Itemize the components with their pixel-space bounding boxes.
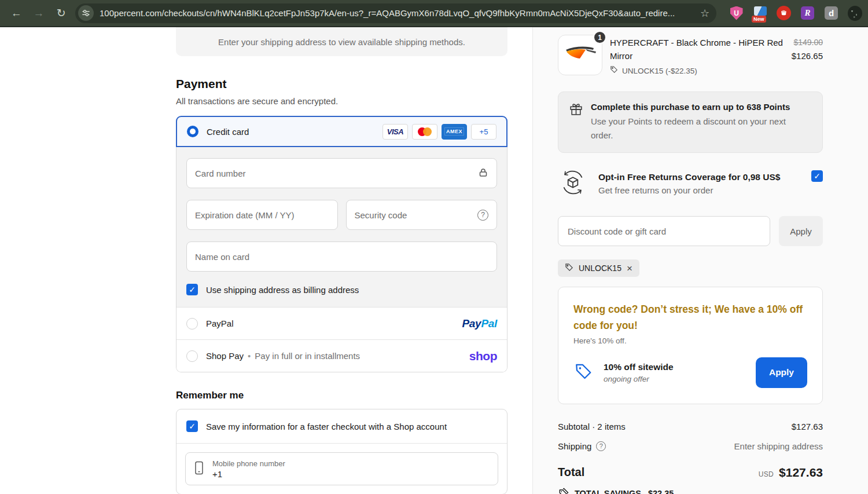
offer-name: 10% off sitewide bbox=[604, 362, 674, 372]
savings-label: TOTAL SAVINGS bbox=[575, 489, 641, 494]
currency-code: USD bbox=[759, 470, 774, 478]
checkout-main: Enter your shipping address to view avai… bbox=[176, 27, 507, 494]
returns-subtitle: Get free returns on your order bbox=[598, 185, 780, 195]
more-cards-badge[interactable]: +5 bbox=[471, 124, 496, 140]
amex-icon: AMEX bbox=[442, 124, 467, 140]
visa-icon: VISA bbox=[382, 124, 408, 140]
card-brand-badges: VISA AMEX +5 bbox=[382, 124, 496, 140]
shipping-help-icon[interactable]: ? bbox=[596, 441, 606, 451]
security-code-input[interactable]: Security code ? bbox=[346, 200, 498, 230]
product-discount-tag: UNLOCK15 (-$22.35) bbox=[622, 65, 697, 78]
checkout-page: Enter your shipping address to view avai… bbox=[0, 27, 868, 494]
offer-apply-button[interactable]: Apply bbox=[756, 357, 807, 388]
mobile-phone-input[interactable]: Mobile phone number +1 bbox=[185, 452, 498, 485]
shop-pay-desc: Pay in full or in installments bbox=[255, 351, 360, 361]
tag-icon bbox=[610, 65, 618, 78]
tag-icon bbox=[565, 263, 573, 273]
extension-d-icon[interactable]: d bbox=[824, 6, 838, 20]
credit-card-option[interactable]: Credit card VISA AMEX +5 bbox=[176, 116, 507, 147]
savings-value: $22.35 bbox=[648, 489, 674, 494]
bookmark-star-icon[interactable]: ☆ bbox=[700, 7, 709, 20]
discount-chip-label: UNLOCK15 bbox=[579, 264, 621, 273]
credit-card-label: Credit card bbox=[207, 127, 249, 137]
cart-item: 1 HYPERCRAFT - Black Chrome - HiPER Red … bbox=[558, 35, 823, 77]
shop-pay-option[interactable]: Shop Pay •Pay in full or in installments… bbox=[176, 339, 507, 372]
browser-toolbar: ← → ↻ 100percent.com/checkouts/cn/hWN4nB… bbox=[0, 0, 868, 27]
billing-address-checkbox[interactable]: ✓ bbox=[186, 284, 198, 295]
save-info-label: Save my information for a faster checkou… bbox=[206, 422, 447, 431]
extension-new-icon[interactable]: New bbox=[753, 6, 767, 20]
shipping-method-notice: Enter your shipping address to view avai… bbox=[176, 27, 507, 56]
gift-icon bbox=[569, 102, 583, 142]
shop-pay-radio[interactable] bbox=[186, 350, 198, 362]
total-savings-row: TOTAL SAVINGS $22.35 bbox=[558, 487, 823, 494]
paypal-radio[interactable] bbox=[186, 318, 198, 330]
offer-title: Wrong code? Don’t stress it; We have a 1… bbox=[573, 302, 807, 333]
returns-checkbox[interactable]: ✓ bbox=[811, 170, 823, 182]
mastercard-icon bbox=[412, 124, 437, 140]
save-info-checkbox[interactable]: ✓ bbox=[186, 420, 198, 432]
payment-subheading: All transactions are secure and encrypte… bbox=[176, 96, 507, 106]
phone-value: +1 bbox=[212, 469, 285, 479]
profile-avatar[interactable] bbox=[848, 6, 862, 20]
reload-icon[interactable]: ↻ bbox=[53, 5, 69, 22]
points-banner: Complete this purchase to earn up to 638… bbox=[558, 92, 823, 153]
extension-rakuten-icon[interactable]: R bbox=[800, 6, 815, 20]
url-text[interactable]: 100percent.com/checkouts/cn/hWN4nBlKLq2c… bbox=[100, 8, 694, 18]
returns-icon bbox=[558, 167, 588, 200]
offer-subtitle: Here's 10% off. bbox=[573, 336, 807, 345]
lock-icon bbox=[478, 167, 488, 180]
forward-icon[interactable]: → bbox=[31, 5, 47, 22]
returns-coverage: Opt-in Free Returns Coverage for 0,98 US… bbox=[558, 167, 823, 200]
credit-card-radio[interactable] bbox=[187, 126, 198, 137]
returns-title: Opt-in Free Returns Coverage for 0,98 US… bbox=[598, 172, 780, 182]
blue-tag-icon bbox=[573, 361, 594, 384]
discount-code-input[interactable] bbox=[558, 216, 770, 246]
discount-chip: UNLOCK15 × bbox=[558, 259, 639, 277]
shipping-label: Shipping bbox=[558, 441, 591, 451]
shop-pay-label: Shop Pay bbox=[206, 351, 244, 361]
url-bar[interactable]: 100percent.com/checkouts/cn/hWN4nBlKLq2c… bbox=[75, 3, 716, 23]
quantity-badge: 1 bbox=[593, 31, 606, 44]
order-summary: 1 HYPERCRAFT - Black Chrome - HiPER Red … bbox=[532, 27, 868, 494]
payment-methods: Credit card VISA AMEX +5 bbox=[176, 116, 507, 372]
phone-label: Mobile phone number bbox=[212, 459, 285, 468]
extensions-area: U New R bbox=[729, 6, 862, 20]
offer-box: Wrong code? Don’t stress it; We have a 1… bbox=[558, 287, 823, 404]
paypal-option[interactable]: PayPal PayPal bbox=[176, 307, 507, 339]
payment-heading: Payment bbox=[176, 77, 507, 91]
remove-discount-icon[interactable]: × bbox=[627, 264, 632, 273]
shop-logo: shop bbox=[469, 349, 497, 363]
subtotal-value: $127.63 bbox=[792, 422, 823, 431]
subtotal-label: Subtotal · 2 items bbox=[558, 422, 626, 431]
browser-window: ← → ↻ 100percent.com/checkouts/cn/hWN4nB… bbox=[0, 0, 868, 494]
remember-me-heading: Remember me bbox=[176, 390, 507, 401]
product-price-current: $126.65 bbox=[792, 51, 823, 61]
credit-card-form: Card number Expiration date (MM / YY) bbox=[176, 147, 507, 307]
name-on-card-input[interactable]: Name on card bbox=[186, 241, 497, 272]
site-settings-icon[interactable] bbox=[78, 5, 94, 21]
expiration-input[interactable]: Expiration date (MM / YY) bbox=[186, 200, 338, 230]
extension-shield-icon[interactable]: U bbox=[729, 6, 744, 20]
offer-desc: ongoing offer bbox=[604, 375, 674, 383]
tags-icon bbox=[558, 487, 569, 494]
product-title: HYPERCRAFT - Black Chrome - HiPER Red Mi… bbox=[610, 36, 784, 63]
remember-me-box: ✓ Save my information for a faster check… bbox=[176, 409, 507, 494]
discount-apply-button[interactable]: Apply bbox=[779, 216, 823, 246]
bullet-separator: • bbox=[248, 351, 251, 361]
security-help-icon[interactable]: ? bbox=[477, 210, 488, 221]
paypal-label: PayPal bbox=[206, 319, 234, 328]
points-title: Complete this purchase to earn up to 638… bbox=[591, 102, 805, 112]
phone-icon bbox=[194, 460, 204, 478]
points-subtitle: Use your Points to redeem a discount on … bbox=[591, 115, 805, 142]
total-label: Total bbox=[558, 466, 584, 479]
shipping-value: Enter shipping address bbox=[734, 441, 823, 451]
billing-address-label: Use shipping address as billing address bbox=[206, 285, 359, 295]
payment-method-body: Card number Expiration date (MM / YY) bbox=[176, 147, 507, 372]
back-icon[interactable]: ← bbox=[8, 5, 25, 22]
product-price-original: $149.00 bbox=[792, 38, 823, 47]
product-thumbnail: 1 bbox=[558, 35, 602, 75]
extension-hand-icon[interactable] bbox=[777, 6, 791, 20]
card-number-input[interactable]: Card number bbox=[186, 158, 497, 188]
total-value: $127.63 bbox=[779, 466, 823, 480]
